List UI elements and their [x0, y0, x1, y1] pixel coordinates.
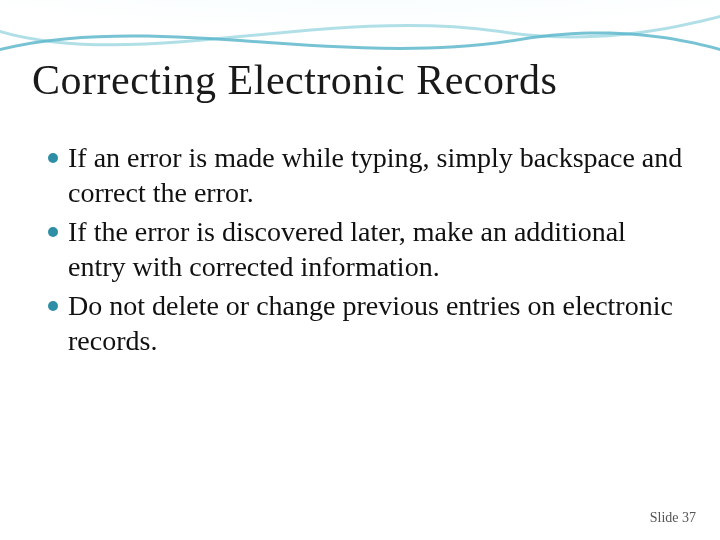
slide-title: Correcting Electronic Records: [32, 56, 688, 104]
bullet-text: Do not delete or change previous entries…: [68, 288, 684, 358]
bullet-dot-icon: [48, 153, 58, 163]
bullet-item: If the error is discovered later, make a…: [48, 214, 684, 284]
bullet-item: Do not delete or change previous entries…: [48, 288, 684, 358]
bullet-text: If the error is discovered later, make a…: [68, 214, 684, 284]
bullet-item: If an error is made while typing, simply…: [48, 140, 684, 210]
slide: Correcting Electronic Records If an erro…: [0, 0, 720, 540]
bullet-dot-icon: [48, 227, 58, 237]
slide-number: Slide 37: [650, 510, 696, 526]
bullet-dot-icon: [48, 301, 58, 311]
bullet-text: If an error is made while typing, simply…: [68, 140, 684, 210]
slide-body: If an error is made while typing, simply…: [48, 140, 684, 362]
